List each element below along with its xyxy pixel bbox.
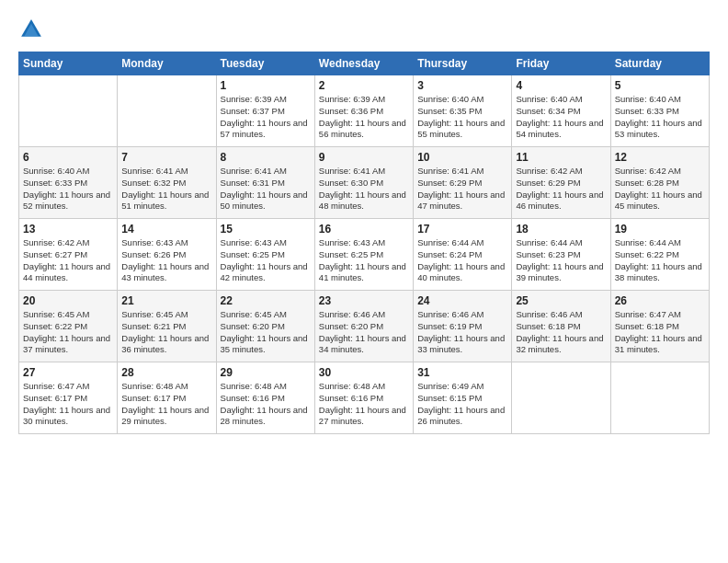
day-info: Sunrise: 6:41 AM Sunset: 6:32 PM Dayligh…	[121, 166, 211, 213]
day-info: Sunrise: 6:46 AM Sunset: 6:20 PM Dayligh…	[319, 309, 409, 356]
calendar-week-row: 1Sunrise: 6:39 AM Sunset: 6:37 PM Daylig…	[19, 75, 710, 147]
calendar-day-cell: 27Sunrise: 6:47 AM Sunset: 6:17 PM Dayli…	[19, 362, 118, 434]
calendar-day-cell	[512, 362, 610, 434]
day-number: 21	[121, 294, 211, 307]
day-info: Sunrise: 6:43 AM Sunset: 6:26 PM Dayligh…	[121, 237, 211, 284]
calendar-day-cell: 21Sunrise: 6:45 AM Sunset: 6:21 PM Dayli…	[118, 291, 216, 362]
day-of-week-header: Wednesday	[314, 52, 413, 75]
calendar-header-row: SundayMondayTuesdayWednesdayThursdayFrid…	[19, 52, 710, 75]
day-info: Sunrise: 6:41 AM Sunset: 6:31 PM Dayligh…	[221, 166, 311, 213]
calendar-day-cell: 23Sunrise: 6:46 AM Sunset: 6:20 PM Dayli…	[314, 291, 413, 362]
calendar-day-cell: 11Sunrise: 6:42 AM Sunset: 6:29 PM Dayli…	[512, 147, 610, 219]
calendar-week-row: 20Sunrise: 6:45 AM Sunset: 6:22 PM Dayli…	[19, 291, 710, 362]
day-info: Sunrise: 6:40 AM Sunset: 6:35 PM Dayligh…	[417, 94, 507, 141]
day-info: Sunrise: 6:42 AM Sunset: 6:28 PM Dayligh…	[615, 166, 705, 213]
calendar-day-cell: 15Sunrise: 6:43 AM Sunset: 6:25 PM Dayli…	[216, 219, 314, 291]
calendar-day-cell: 28Sunrise: 6:48 AM Sunset: 6:17 PM Dayli…	[118, 362, 216, 434]
day-number: 18	[516, 223, 606, 236]
calendar-day-cell: 1Sunrise: 6:39 AM Sunset: 6:37 PM Daylig…	[216, 75, 314, 147]
calendar-day-cell: 25Sunrise: 6:46 AM Sunset: 6:18 PM Dayli…	[512, 291, 610, 362]
calendar-day-cell: 3Sunrise: 6:40 AM Sunset: 6:35 PM Daylig…	[414, 75, 512, 147]
calendar-day-cell: 6Sunrise: 6:40 AM Sunset: 6:33 PM Daylig…	[19, 147, 118, 219]
calendar-week-row: 13Sunrise: 6:42 AM Sunset: 6:27 PM Dayli…	[19, 219, 710, 291]
calendar-week-row: 27Sunrise: 6:47 AM Sunset: 6:17 PM Dayli…	[19, 362, 710, 434]
day-of-week-header: Thursday	[414, 52, 512, 75]
calendar-day-cell: 7Sunrise: 6:41 AM Sunset: 6:32 PM Daylig…	[118, 147, 216, 219]
day-number: 20	[23, 294, 113, 307]
day-info: Sunrise: 6:46 AM Sunset: 6:19 PM Dayligh…	[417, 309, 507, 356]
day-info: Sunrise: 6:45 AM Sunset: 6:22 PM Dayligh…	[23, 309, 113, 356]
day-number: 25	[516, 294, 606, 307]
calendar-day-cell: 30Sunrise: 6:48 AM Sunset: 6:16 PM Dayli…	[314, 362, 413, 434]
calendar-day-cell: 22Sunrise: 6:45 AM Sunset: 6:20 PM Dayli…	[216, 291, 314, 362]
day-info: Sunrise: 6:45 AM Sunset: 6:21 PM Dayligh…	[121, 309, 211, 356]
calendar-week-row: 6Sunrise: 6:40 AM Sunset: 6:33 PM Daylig…	[19, 147, 710, 219]
day-number: 5	[615, 79, 705, 92]
calendar-day-cell: 4Sunrise: 6:40 AM Sunset: 6:34 PM Daylig…	[512, 75, 610, 147]
day-info: Sunrise: 6:48 AM Sunset: 6:16 PM Dayligh…	[319, 381, 409, 428]
day-info: Sunrise: 6:47 AM Sunset: 6:18 PM Dayligh…	[615, 309, 705, 356]
day-number: 8	[221, 151, 311, 164]
day-number: 19	[615, 223, 705, 236]
calendar-day-cell: 9Sunrise: 6:41 AM Sunset: 6:30 PM Daylig…	[314, 147, 413, 219]
calendar-day-cell: 12Sunrise: 6:42 AM Sunset: 6:28 PM Dayli…	[610, 147, 709, 219]
day-number: 23	[319, 294, 409, 307]
header	[18, 17, 710, 42]
day-info: Sunrise: 6:48 AM Sunset: 6:16 PM Dayligh…	[221, 381, 311, 428]
day-info: Sunrise: 6:42 AM Sunset: 6:29 PM Dayligh…	[516, 166, 606, 213]
calendar-day-cell: 16Sunrise: 6:43 AM Sunset: 6:25 PM Dayli…	[314, 219, 413, 291]
calendar-day-cell: 8Sunrise: 6:41 AM Sunset: 6:31 PM Daylig…	[216, 147, 314, 219]
day-number: 2	[319, 79, 409, 92]
day-info: Sunrise: 6:44 AM Sunset: 6:24 PM Dayligh…	[417, 237, 507, 284]
calendar-day-cell	[610, 362, 709, 434]
day-info: Sunrise: 6:44 AM Sunset: 6:22 PM Dayligh…	[615, 237, 705, 284]
day-info: Sunrise: 6:43 AM Sunset: 6:25 PM Dayligh…	[319, 237, 409, 284]
day-number: 24	[417, 294, 507, 307]
logo	[18, 17, 48, 42]
day-number: 4	[516, 79, 606, 92]
day-info: Sunrise: 6:42 AM Sunset: 6:27 PM Dayligh…	[23, 237, 113, 284]
page: SundayMondayTuesdayWednesdayThursdayFrid…	[0, 0, 728, 563]
day-of-week-header: Friday	[512, 52, 610, 75]
day-info: Sunrise: 6:41 AM Sunset: 6:30 PM Dayligh…	[319, 166, 409, 213]
day-number: 9	[319, 151, 409, 164]
day-number: 13	[23, 223, 113, 236]
calendar-day-cell: 18Sunrise: 6:44 AM Sunset: 6:23 PM Dayli…	[512, 219, 610, 291]
day-number: 28	[121, 366, 211, 379]
day-number: 12	[615, 151, 705, 164]
day-info: Sunrise: 6:41 AM Sunset: 6:29 PM Dayligh…	[417, 166, 507, 213]
calendar-day-cell: 14Sunrise: 6:43 AM Sunset: 6:26 PM Dayli…	[118, 219, 216, 291]
day-number: 15	[221, 223, 311, 236]
day-info: Sunrise: 6:45 AM Sunset: 6:20 PM Dayligh…	[221, 309, 311, 356]
day-number: 26	[615, 294, 705, 307]
day-info: Sunrise: 6:48 AM Sunset: 6:17 PM Dayligh…	[121, 381, 211, 428]
calendar-day-cell: 29Sunrise: 6:48 AM Sunset: 6:16 PM Dayli…	[216, 362, 314, 434]
day-of-week-header: Sunday	[19, 52, 118, 75]
calendar-day-cell: 31Sunrise: 6:49 AM Sunset: 6:15 PM Dayli…	[414, 362, 512, 434]
calendar-day-cell	[19, 75, 118, 147]
calendar-day-cell: 10Sunrise: 6:41 AM Sunset: 6:29 PM Dayli…	[414, 147, 512, 219]
calendar-day-cell: 20Sunrise: 6:45 AM Sunset: 6:22 PM Dayli…	[19, 291, 118, 362]
day-number: 1	[221, 79, 311, 92]
day-number: 11	[516, 151, 606, 164]
day-info: Sunrise: 6:40 AM Sunset: 6:33 PM Dayligh…	[23, 166, 113, 213]
day-number: 3	[417, 79, 507, 92]
day-of-week-header: Tuesday	[216, 52, 314, 75]
day-number: 22	[221, 294, 311, 307]
calendar-day-cell: 5Sunrise: 6:40 AM Sunset: 6:33 PM Daylig…	[610, 75, 709, 147]
day-number: 31	[417, 366, 507, 379]
logo-icon	[18, 17, 44, 42]
day-number: 30	[319, 366, 409, 379]
day-of-week-header: Monday	[118, 52, 216, 75]
calendar-day-cell: 24Sunrise: 6:46 AM Sunset: 6:19 PM Dayli…	[414, 291, 512, 362]
calendar-day-cell: 17Sunrise: 6:44 AM Sunset: 6:24 PM Dayli…	[414, 219, 512, 291]
day-info: Sunrise: 6:40 AM Sunset: 6:34 PM Dayligh…	[516, 94, 606, 141]
day-number: 6	[23, 151, 113, 164]
day-number: 17	[417, 223, 507, 236]
day-number: 27	[23, 366, 113, 379]
day-number: 14	[121, 223, 211, 236]
calendar-day-cell: 19Sunrise: 6:44 AM Sunset: 6:22 PM Dayli…	[610, 219, 709, 291]
day-of-week-header: Saturday	[610, 52, 709, 75]
day-info: Sunrise: 6:47 AM Sunset: 6:17 PM Dayligh…	[23, 381, 113, 428]
day-info: Sunrise: 6:49 AM Sunset: 6:15 PM Dayligh…	[417, 381, 507, 428]
